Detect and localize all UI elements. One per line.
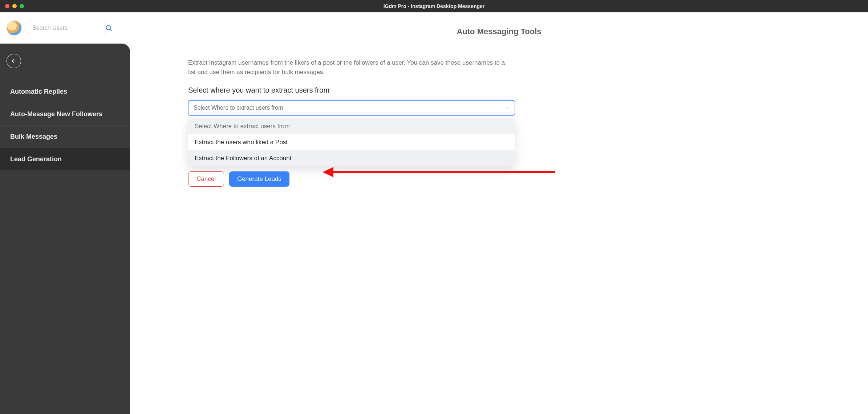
svg-line-1 [110, 29, 111, 31]
sidebar-item-bulk-messages[interactable]: Bulk Messages [0, 126, 130, 148]
page-title: Auto Messaging Tools [145, 27, 853, 36]
dropdown-option-label: Select Where to extract users from [195, 123, 290, 130]
extract-source-select[interactable]: Select Where to extract users from [188, 100, 515, 115]
dropdown-option-liked-post[interactable]: Extract the users who liked a Post [188, 134, 515, 150]
sidebar-item-lead-generation[interactable]: Lead Generation [0, 148, 130, 171]
button-label: Generate Leads [237, 175, 281, 183]
minimize-window-button[interactable] [12, 4, 17, 8]
chevron-down-icon [505, 106, 510, 110]
dropdown-option-label: Extract the Followers of an Account [195, 155, 291, 162]
description-text: Extract Instagram usernames from the lik… [188, 58, 508, 77]
dropdown-option-placeholder: Select Where to extract users from [188, 118, 515, 134]
sidebar: Automatic Replies Auto-Message New Follo… [0, 44, 130, 414]
dropdown-option-followers[interactable]: Extract the Followers of an Account [188, 150, 515, 166]
sidebar-item-label: Bulk Messages [10, 133, 57, 140]
extract-source-dropdown: Select Where to extract users from Extra… [188, 118, 515, 166]
cancel-button[interactable]: Cancel [188, 171, 224, 187]
search-box[interactable] [27, 21, 106, 35]
button-label: Cancel [196, 175, 216, 183]
maximize-window-button[interactable] [20, 4, 24, 8]
search-icon [105, 24, 112, 32]
close-window-button[interactable] [5, 4, 9, 8]
window-titlebar: IGdm Pro - Instagram Desktop Messenger [0, 0, 868, 12]
avatar[interactable] [7, 20, 22, 36]
search-input[interactable] [32, 25, 105, 31]
window-title: IGdm Pro - Instagram Desktop Messenger [0, 3, 868, 9]
back-button[interactable] [7, 54, 21, 68]
generate-leads-button[interactable]: Generate Leads [229, 171, 289, 187]
window-controls [5, 4, 24, 8]
sidebar-item-label: Auto-Message New Followers [10, 110, 102, 118]
select-placeholder: Select Where to extract users from [194, 105, 283, 111]
section-label: Select where you want to extract users f… [188, 86, 515, 94]
sidebar-item-label: Automatic Replies [10, 88, 67, 95]
main-panel: Auto Messaging Tools Extract Instagram u… [130, 44, 868, 414]
sidebar-item-automatic-replies[interactable]: Automatic Replies [0, 81, 130, 103]
dropdown-option-label: Extract the users who liked a Post [195, 139, 288, 146]
sidebar-item-label: Lead Generation [10, 155, 62, 163]
arrow-left-icon [11, 58, 17, 64]
sidebar-item-auto-message-new-followers[interactable]: Auto-Message New Followers [0, 103, 130, 126]
